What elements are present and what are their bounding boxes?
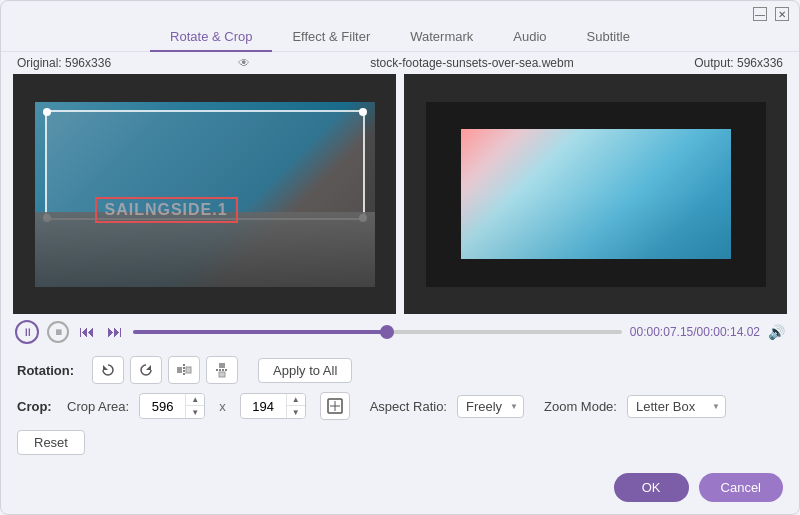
crop-width-up[interactable]: ▲ [186, 394, 204, 406]
rotation-row: Rotation: Apply to All [17, 356, 783, 384]
rotation-buttons [92, 356, 238, 384]
pause-button[interactable]: ⏸ [15, 320, 39, 344]
tab-rotate-crop[interactable]: Rotate & Crop [150, 23, 272, 52]
center-crop-button[interactable] [320, 392, 350, 420]
zoom-mode-wrapper: Letter Box Pan & Scan Full [627, 395, 726, 418]
crop-height-input-group: ▲ ▼ [240, 393, 306, 419]
next-frame-button[interactable]: ⏭ [105, 321, 125, 343]
crop-area-label: Crop Area: [67, 399, 129, 414]
cancel-button[interactable]: Cancel [699, 473, 783, 502]
title-bar: — ✕ [1, 1, 799, 23]
aspect-ratio-select[interactable]: Freely 16:9 4:3 1:1 [457, 395, 524, 418]
svg-rect-1 [186, 367, 191, 373]
time-total: 00:00:14.02 [697, 325, 760, 339]
svg-rect-0 [177, 367, 182, 373]
progress-bar[interactable] [133, 330, 622, 334]
rotate-right-button[interactable] [130, 356, 162, 384]
aspect-ratio-wrapper: Freely 16:9 4:3 1:1 [457, 395, 524, 418]
rotation-label: Rotation: [17, 363, 82, 378]
zoom-mode-select[interactable]: Letter Box Pan & Scan Full [627, 395, 726, 418]
eye-icon[interactable]: 👁 [238, 56, 250, 70]
close-button[interactable]: ✕ [775, 7, 789, 21]
apply-all-button[interactable]: Apply to All [258, 358, 352, 383]
flip-vertical-button[interactable] [206, 356, 238, 384]
zoom-mode-label: Zoom Mode: [544, 399, 617, 414]
rotate-left-button[interactable] [92, 356, 124, 384]
crop-height-up[interactable]: ▲ [287, 394, 305, 406]
prev-frame-button[interactable]: ⏮ [77, 321, 97, 343]
reset-button[interactable]: Reset [17, 430, 85, 455]
svg-rect-3 [219, 363, 225, 368]
crop-height-input[interactable] [241, 396, 286, 417]
crop-width-input[interactable] [140, 396, 185, 417]
preview-area: SAILNGSIDE.1 [1, 74, 799, 314]
filename-label: stock-footage-sunsets-over-sea.webm [370, 56, 573, 70]
crop-height-spinners: ▲ ▼ [286, 394, 305, 418]
stop-button[interactable]: ⏹ [47, 321, 69, 343]
tab-watermark[interactable]: Watermark [390, 23, 493, 52]
time-display: 00:00:07.15/00:00:14.02 [630, 325, 760, 339]
watermark-text: SAILNGSIDE.1 [95, 197, 238, 223]
minimize-button[interactable]: — [753, 7, 767, 21]
crop-height-down[interactable]: ▼ [287, 406, 305, 418]
tabs-bar: Rotate & Crop Effect & Filter Watermark … [1, 23, 799, 52]
preview-right-content [426, 102, 766, 287]
flip-horizontal-button[interactable] [168, 356, 200, 384]
crop-width-spinners: ▲ ▼ [185, 394, 204, 418]
info-bar: Original: 596x336 👁 stock-footage-sunset… [1, 52, 799, 74]
time-current: 00:00:07.15 [630, 325, 693, 339]
progress-fill [133, 330, 387, 334]
preview-left: SAILNGSIDE.1 [13, 74, 396, 314]
crop-corner-tr[interactable] [359, 108, 367, 116]
output-size-label: Output: 596x336 [694, 56, 783, 70]
playback-controls: ⏸ ⏹ ⏮ ⏭ 00:00:07.15/00:00:14.02 🔊 [1, 314, 799, 350]
grayscale-area [35, 212, 375, 287]
tab-subtitle[interactable]: Subtitle [567, 23, 650, 52]
crop-row: Crop: Crop Area: ▲ ▼ x ▲ ▼ Aspect Rat [17, 392, 783, 420]
crop-corner-tl[interactable] [43, 108, 51, 116]
right-video-frame [461, 129, 731, 259]
crop-width-down[interactable]: ▼ [186, 406, 204, 418]
preview-canvas-left: SAILNGSIDE.1 [35, 102, 375, 287]
crop-label: Crop: [17, 399, 57, 414]
crop-width-input-group: ▲ ▼ [139, 393, 205, 419]
bottom-controls: Rotation: Apply to All Crop: Crop Ar [1, 350, 799, 465]
tab-effect-filter[interactable]: Effect & Filter [272, 23, 390, 52]
reset-row: Reset [17, 430, 783, 455]
tab-audio[interactable]: Audio [493, 23, 566, 52]
preview-right [404, 74, 787, 314]
x-separator: x [215, 399, 230, 414]
svg-rect-4 [219, 372, 225, 377]
ok-button[interactable]: OK [614, 473, 689, 502]
progress-thumb[interactable] [380, 325, 394, 339]
original-size-label: Original: 596x336 [17, 56, 111, 70]
footer: OK Cancel [1, 465, 799, 514]
aspect-ratio-label: Aspect Ratio: [370, 399, 447, 414]
main-window: — ✕ Rotate & Crop Effect & Filter Waterm… [0, 0, 800, 515]
volume-icon[interactable]: 🔊 [768, 324, 785, 340]
